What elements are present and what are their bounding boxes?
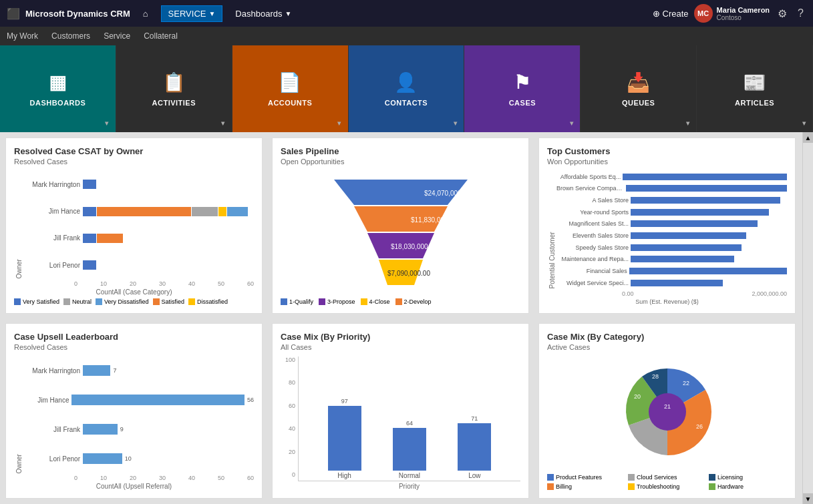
chart-csat-by-owner: Resolved Case CSAT by Owner Resolved Cas…: [5, 138, 263, 314]
svg-text:$11,830,000.00: $11,830,000.00: [411, 216, 458, 224]
tile-cases[interactable]: ⚑ CASES ▾: [464, 45, 581, 132]
dashboards-tile-label: DASHBOARDS: [30, 99, 86, 107]
contacts-tile-icon: 👤: [394, 71, 418, 93]
create-button[interactable]: ⊕ Create: [653, 9, 689, 19]
dashboards-caret-icon: ▼: [285, 10, 291, 17]
articles-tile-label: ARTICLES: [735, 99, 774, 107]
chart2-legend: 1-Qualify 3-Propose 4-Close 2-Develop: [281, 298, 520, 305]
chart-case-mix-category: Case Mix (By Category) Active Cases 22 2…: [538, 323, 796, 499]
dashboards-arrow-icon: ▾: [105, 119, 109, 127]
articles-arrow-icon: ▾: [802, 119, 806, 127]
contacts-arrow-icon: ▾: [454, 119, 458, 127]
dashboards-tile-icon: ▦: [49, 71, 67, 93]
tile-accounts[interactable]: 📄 ACCOUNTS ▾: [232, 45, 349, 132]
tile-queues[interactable]: 📥 QUEUES ▾: [581, 45, 697, 132]
scroll-up-button[interactable]: ▲: [803, 132, 814, 143]
ms-logo-icon: ⬛: [7, 7, 20, 20]
queues-tile-icon: 📥: [627, 71, 651, 93]
scroll-down-button[interactable]: ▼: [803, 493, 814, 504]
chart-case-mix-priority: Case Mix (By Priority) All Cases 1008060…: [272, 323, 529, 499]
service-caret-icon: ▼: [208, 10, 215, 17]
tile-activities[interactable]: 📋 ACTIVITIES ▾: [116, 45, 232, 132]
chart1-row-jill: Jill Frank: [23, 234, 254, 243]
queues-arrow-icon: ▾: [686, 119, 690, 127]
avatar: MC: [694, 4, 713, 23]
cases-arrow-icon: ▾: [570, 119, 574, 127]
user-menu[interactable]: MC Maria Cameron Contoso: [694, 4, 770, 23]
app-brand: Microsoft Dynamics CRM: [25, 9, 130, 19]
chart3-xlabel: Sum (Est. Revenue) ($): [547, 298, 787, 305]
tile-articles[interactable]: 📰 ARTICLES ▾: [697, 45, 813, 132]
svg-text:21: 21: [663, 403, 670, 410]
user-company: Contoso: [717, 14, 770, 21]
chart4-title: Case Upsell Leaderboard: [14, 332, 254, 342]
chart1-xaxis: 0102030405060: [74, 280, 254, 287]
tile-contacts[interactable]: 👤 CONTACTS ▾: [349, 45, 465, 132]
scroll-track: [803, 143, 814, 493]
tile-dashboards[interactable]: ▦ DASHBOARDS ▾: [0, 45, 116, 132]
chart1-subtitle: Resolved Cases: [14, 158, 254, 166]
chart6-title: Case Mix (By Category): [547, 332, 787, 342]
chart5-title: Case Mix (By Priority): [281, 332, 520, 342]
create-plus-icon: ⊕: [653, 9, 660, 19]
help-icon[interactable]: ?: [795, 7, 806, 19]
chart3-subtitle: Won Opportunities: [547, 158, 787, 166]
queues-tile-label: QUEUES: [622, 99, 655, 107]
svg-text:$7,090,000.00: $7,090,000.00: [387, 270, 430, 277]
activities-tile-label: ACTIVITIES: [152, 99, 196, 107]
chart1-title: Resolved Case CSAT by Owner: [14, 146, 254, 156]
chart4-subtitle: Resolved Cases: [14, 343, 254, 351]
user-name: Maria Cameron: [717, 6, 770, 14]
svg-text:$24,070,000.00: $24,070,000.00: [424, 190, 471, 197]
accounts-tile-icon: 📄: [278, 71, 302, 93]
top-navigation: ⬛ Microsoft Dynamics CRM ⌂ SERVICE ▼ Das…: [0, 0, 813, 27]
bar-normal: [393, 428, 426, 471]
svg-text:$18,030,000.00: $18,030,000.00: [391, 243, 438, 250]
chart-top-customers: Top Customers Won Opportunities Potentia…: [538, 138, 796, 314]
svg-text:33: 33: [635, 443, 642, 450]
subnav-customers[interactable]: Customers: [51, 31, 90, 41]
home-button[interactable]: ⌂: [136, 5, 156, 22]
articles-tile-icon: 📰: [743, 71, 767, 93]
service-nav-button[interactable]: SERVICE ▼: [161, 5, 223, 22]
chart-sales-pipeline: Sales Pipeline Open Opportunities $24,07…: [272, 138, 529, 314]
chart5-xlabel: Priority: [298, 483, 520, 490]
chart6-legend: Product Features Cloud Services Licensin…: [547, 474, 787, 490]
subnav-mywork[interactable]: My Work: [7, 31, 38, 41]
chart2-title: Sales Pipeline: [281, 146, 520, 156]
accounts-tile-label: ACCOUNTS: [268, 99, 312, 107]
bar-low: [458, 423, 491, 471]
cases-tile-icon: ⚑: [514, 71, 531, 93]
subnav-collateral[interactable]: Collateral: [144, 31, 178, 41]
svg-text:28: 28: [651, 373, 658, 380]
chart1-legend: Very Satisfied Neutral Very Dissatisfied…: [14, 298, 254, 305]
accounts-arrow-icon: ▾: [337, 119, 341, 127]
chart4-ylabel: Owner: [14, 356, 23, 474]
chart4-xlabel: CountAll (Upsell Referral): [14, 483, 254, 490]
sub-navigation: My Work Customers Service Collateral: [0, 27, 813, 45]
chart1-xlabel: CountAll (Case Category): [14, 288, 254, 296]
scrollbar: ▲ ▼: [802, 132, 813, 504]
pie-svg: 22 26 33 20 28 21: [614, 362, 721, 465]
bar-seg: [83, 180, 96, 189]
chart6-subtitle: Active Cases: [547, 343, 787, 351]
svg-text:22: 22: [682, 380, 689, 387]
chart-upsell-leaderboard: Case Upsell Leaderboard Resolved Cases O…: [5, 323, 263, 499]
chart3-title: Top Customers: [547, 146, 787, 156]
funnel-svg: $24,070,000.00 $11,830,000.00 $18,030,00…: [324, 180, 478, 286]
subnav-service[interactable]: Service: [104, 31, 130, 41]
cases-tile-label: CASES: [509, 99, 536, 107]
bar-high: [328, 406, 361, 471]
activities-arrow-icon: ▾: [221, 119, 225, 127]
svg-point-13: [649, 393, 686, 431]
settings-icon[interactable]: ⚙: [775, 7, 790, 20]
chart5-subtitle: All Cases: [281, 343, 520, 351]
tile-navigation: ▦ DASHBOARDS ▾ 📋 ACTIVITIES ▾ 📄 ACCOUNTS…: [0, 45, 813, 132]
chart1-ylabel: Owner: [14, 171, 23, 279]
chart1-row-jim: Jim Hance: [23, 207, 254, 216]
chart3-xaxis: 0.002,000,000.00: [622, 290, 787, 297]
chart1-row-lori: Lori Penor: [23, 260, 254, 270]
chart5-ylabel: CountAll (Case Title): [286, 356, 293, 499]
dashboards-nav-button[interactable]: Dashboards ▼: [228, 5, 299, 22]
chart2-subtitle: Open Opportunities: [281, 158, 520, 166]
